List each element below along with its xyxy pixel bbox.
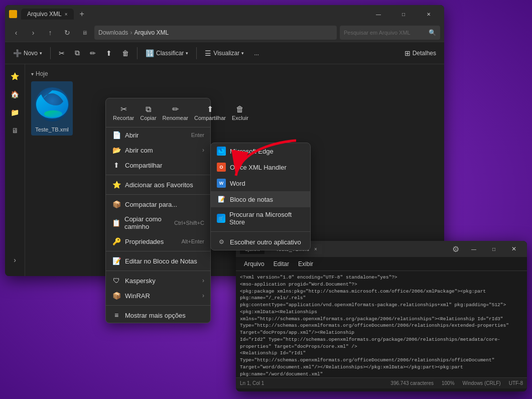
word-label: Word [230, 180, 245, 187]
forward-button[interactable]: › [26, 26, 40, 40]
ctx-kaspersky-arrow: › [202, 277, 204, 284]
choose-label: Escolher outro aplicativo [230, 238, 301, 246]
ctx-properties-item[interactable]: 🔑 Propriedades Alt+Enter [106, 234, 210, 249]
ctx-edit-notepad-item[interactable]: 📝 Editar no Bloco de Notas [106, 253, 210, 269]
file-name-label: Teste_TB.xml [35, 126, 69, 132]
ctx-open-item[interactable]: 📄 Abrir Enter [106, 127, 210, 143]
notepad-label: Bloco de notas [230, 196, 273, 203]
address-bar: ‹ › ↑ ↻ 🖥 Downloads › Arquivo XML Pesqui… [5, 23, 444, 42]
sidebar-item-folders[interactable]: 📁 [7, 104, 23, 120]
rename-button[interactable]: ✏ [86, 47, 100, 59]
ctx-more-options-item[interactable]: ≡ Mostrar mais opções [106, 308, 210, 323]
toolbar: ➕ Novo ▾ ✂ ⧉ ✏ ⬆ 🗑 🔢 Classificar ▾ ☰ Vis… [5, 42, 444, 64]
notepad-status-encoding: UTF-8 [509, 380, 523, 386]
submenu-office[interactable]: O Office XML Handler [211, 159, 310, 175]
notepad-content-area[interactable]: <?xml version="1.0" encoding="UTF-8" sta… [236, 271, 527, 377]
svg-point-1 [44, 110, 62, 117]
title-tab: Arquivo XML × [21, 9, 74, 20]
store-icon: 🛒 [217, 214, 225, 223]
ctx-favorites-item[interactable]: ⭐ Adicionar aos Favoritos [106, 177, 210, 192]
submenu-word[interactable]: W Word [211, 175, 310, 191]
ctx-open-with-item[interactable]: 📂 Abrir com › Microsoft Edge O Office XM… [106, 143, 210, 158]
back-button[interactable]: ‹ [9, 26, 23, 40]
context-menu: ✂ Recortar ⧉ Copiar ✏ Renomear ⬆ Compart… [105, 98, 211, 323]
classify-icon: 🔢 [146, 49, 154, 57]
ctx-delete-button[interactable]: 🗑 Excluir [229, 103, 251, 123]
ctx-delete-label: Excluir [232, 115, 248, 121]
close-tab-button[interactable]: × [65, 12, 68, 17]
ctx-copy-path-item[interactable]: 📋 Copiar como caminho Ctrl+Shift+C [106, 212, 210, 234]
ctx-divider4 [106, 271, 210, 271]
ctx-share-icon: ⬆ [207, 104, 213, 114]
search-bar[interactable]: Pesquisar em Arquivo XML 🔍 [340, 26, 440, 40]
chevron-icon: ▾ [31, 71, 34, 77]
ctx-open-with-arrow: › [202, 147, 204, 154]
notepad-status-eol: Windows (CRLF) [463, 380, 501, 386]
submenu-choose[interactable]: ⚙ Escolher outro aplicativo [211, 234, 310, 250]
maximize-button[interactable]: □ [392, 5, 415, 23]
delete-button[interactable]: 🗑 [118, 47, 133, 59]
close-button[interactable]: ✕ [417, 5, 440, 23]
ctx-kaspersky-icon: 🛡 [112, 277, 121, 285]
notepad-icon: 📝 [217, 195, 226, 204]
ctx-kaspersky-item[interactable]: 🛡 Kaspersky › [106, 273, 210, 288]
submenu-store[interactable]: 🛒 Procurar na Microsoft Store [211, 207, 310, 229]
ctx-winrar-item[interactable]: 📦 WinRAR › [106, 288, 210, 303]
ctx-rename-button[interactable]: ✏ Renomear [160, 102, 191, 123]
notepad-close-button[interactable]: ✕ [505, 242, 523, 256]
submenu-notepad[interactable]: 📝 Bloco de notas [211, 191, 310, 207]
share-button[interactable]: ⬆ [102, 47, 116, 59]
ctx-share-item[interactable]: ⬆ Compartilhar [106, 158, 210, 173]
notepad-maximize-button[interactable]: □ [485, 242, 503, 256]
minimize-button[interactable]: — [367, 5, 390, 23]
notepad-menu-editar[interactable]: Editar [270, 258, 293, 270]
store-label: Procurar na Microsoft Store [229, 211, 304, 226]
refresh-button[interactable]: ↻ [60, 26, 74, 40]
rename-icon: ✏ [90, 49, 96, 57]
notepad-minimize-button[interactable]: — [465, 242, 483, 256]
classify-button[interactable]: 🔢 Classificar ▾ [142, 47, 192, 59]
office-label: Office XML Handler [230, 164, 287, 171]
view-button[interactable]: ☰ Visualizar ▾ [201, 47, 248, 59]
edge-icon [217, 147, 226, 156]
details-button[interactable]: ⊞ Detalhes [401, 47, 440, 59]
more-button[interactable]: ... [250, 48, 263, 59]
office-icon: O [217, 163, 226, 172]
up-button[interactable]: ↑ [43, 26, 57, 40]
tab-label: Arquivo XML [27, 11, 62, 18]
sidebar-item-star[interactable]: ⭐ [7, 68, 23, 84]
ctx-open-icon: 📄 [112, 131, 121, 139]
new-button[interactable]: ➕ Novo ▾ [9, 47, 46, 59]
ctx-copy-button[interactable]: ⧉ Copiar [137, 103, 159, 123]
ctx-properties-label: Propriedades [125, 238, 164, 245]
ctx-winrar-label: WinRAR [125, 292, 150, 300]
path-bar[interactable]: Downloads › Arquivo XML [94, 26, 337, 40]
sidebar-item-home[interactable]: 🏠 [7, 86, 23, 102]
toolbar-separator [50, 47, 51, 59]
file-item[interactable]: Teste_TB.xml [31, 81, 73, 136]
ctx-cut-button[interactable]: ✂ Recortar [110, 102, 137, 123]
ctx-compress-item[interactable]: 📦 Compactar para... [106, 197, 210, 212]
sidebar-item-pc[interactable]: 🖥 [7, 122, 23, 139]
path-part-downloads: Downloads [98, 29, 128, 36]
ctx-favorites-label: Adicionar aos Favoritos [125, 181, 193, 189]
submenu-edge[interactable]: Microsoft Edge [211, 143, 310, 159]
ctx-copy-path-label: Copiar como caminho [124, 215, 170, 230]
notepad-gear-button[interactable]: ⚙ [449, 242, 463, 256]
ctx-copy-path-shortcut: Ctrl+Shift+C [174, 220, 204, 226]
location-icon: 🖥 [77, 26, 91, 40]
notepad-menu-arquivo[interactable]: Arquivo [240, 258, 269, 270]
sidebar-item-expand[interactable]: › [7, 252, 23, 268]
notepad-tab2-close[interactable]: × [314, 246, 317, 252]
ctx-divider5 [106, 305, 210, 306]
toolbar-separator2 [137, 47, 138, 59]
new-tab-button[interactable]: + [80, 10, 84, 19]
ctx-compress-label: Compactar para... [125, 201, 177, 208]
copy-button[interactable]: ⧉ [71, 47, 84, 59]
ctx-delete-icon: 🗑 [236, 105, 244, 114]
path-part-arquivo: Arquivo XML [134, 29, 169, 36]
ctx-share-button[interactable]: ⬆ Compartilhar [191, 102, 229, 123]
cut-button[interactable]: ✂ [55, 47, 69, 59]
notepad-text: <?xml version="1.0" encoding="UTF-8" sta… [240, 274, 523, 377]
notepad-menu-exibir[interactable]: Exibir [294, 258, 317, 270]
